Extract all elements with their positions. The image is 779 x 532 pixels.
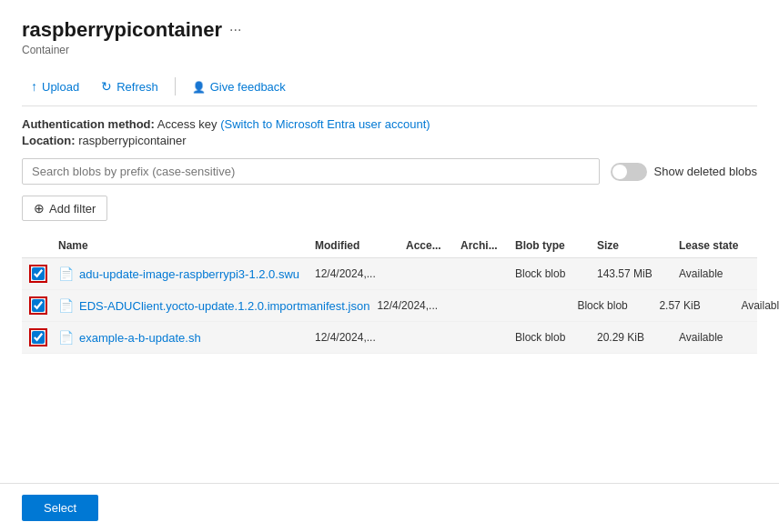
bottom-bar: Select bbox=[0, 483, 779, 532]
file-cell-2: 📄 example-a-b-update.sh bbox=[55, 330, 311, 345]
col-name: Name bbox=[55, 239, 311, 252]
feedback-icon bbox=[192, 79, 206, 94]
upload-label: Upload bbox=[42, 80, 79, 94]
file-name-1[interactable]: EDS-ADUClient.yocto-update.1.2.0.importm… bbox=[79, 299, 369, 313]
page-subtitle: Container bbox=[22, 44, 757, 56]
blob-type-0: Block blob bbox=[511, 267, 593, 280]
table-row: 📄 adu-update-image-raspberrypi3-1.2.0.sw… bbox=[22, 258, 757, 290]
search-input[interactable] bbox=[22, 158, 600, 185]
refresh-button[interactable]: Refresh bbox=[92, 75, 167, 98]
toolbar: Upload Refresh Give feedback bbox=[22, 67, 757, 106]
file-cell-0: 📄 adu-update-image-raspberrypi3-1.2.0.sw… bbox=[55, 266, 311, 281]
page-title: raspberrypicontainer bbox=[22, 18, 222, 42]
blob-type-1: Block blob bbox=[573, 299, 655, 312]
file-name-0[interactable]: adu-update-image-raspberrypi3-1.2.0.swu bbox=[79, 267, 299, 281]
refresh-label: Refresh bbox=[116, 80, 158, 94]
col-lease-state: Lease state bbox=[675, 239, 757, 252]
auth-section: Authentication method: Access key (Switc… bbox=[22, 117, 757, 147]
feedback-button[interactable]: Give feedback bbox=[183, 75, 295, 98]
auth-method-label: Authentication method: bbox=[22, 117, 155, 131]
feedback-label: Give feedback bbox=[210, 80, 286, 94]
checkbox-border-2 bbox=[29, 328, 47, 346]
file-icon-0: 📄 bbox=[58, 266, 74, 281]
table-header: Name Modified Acce... Archi... Blob type… bbox=[22, 234, 757, 258]
auth-location-label: Location: bbox=[22, 134, 76, 147]
row-checkbox-1[interactable] bbox=[32, 299, 45, 312]
auth-method-value: Access key bbox=[157, 117, 218, 131]
col-access: Acce... bbox=[402, 239, 457, 252]
row-checkbox-cell-0 bbox=[22, 265, 55, 283]
switch-account-link[interactable]: (Switch to Microsoft Entra user account) bbox=[220, 117, 430, 131]
blob-table: Name Modified Acce... Archi... Blob type… bbox=[22, 234, 757, 354]
refresh-icon bbox=[101, 79, 112, 94]
table-body: 📄 adu-update-image-raspberrypi3-1.2.0.sw… bbox=[22, 258, 757, 354]
row-checkbox-0[interactable] bbox=[32, 267, 45, 280]
toolbar-divider bbox=[175, 77, 176, 95]
table-row: 📄 example-a-b-update.sh 12/4/2024,... Bl… bbox=[22, 322, 757, 354]
modified-0: 12/4/2024,... bbox=[311, 267, 402, 280]
lease-state-0: Available bbox=[675, 267, 757, 280]
upload-button[interactable]: Upload bbox=[22, 75, 88, 98]
modified-2: 12/4/2024,... bbox=[311, 331, 402, 344]
blob-type-2: Block blob bbox=[511, 331, 593, 344]
more-options-icon[interactable]: ··· bbox=[229, 22, 241, 38]
size-1: 2.57 KiB bbox=[655, 299, 737, 312]
file-icon-2: 📄 bbox=[58, 330, 74, 345]
add-filter-button[interactable]: ⊕ Add filter bbox=[22, 196, 107, 221]
deleted-blobs-toggle[interactable] bbox=[611, 163, 647, 181]
checkbox-border-0 bbox=[29, 265, 47, 283]
filter-plus-icon: ⊕ bbox=[34, 201, 45, 216]
search-row: Show deleted blobs bbox=[22, 158, 757, 185]
row-checkbox-2[interactable] bbox=[32, 331, 45, 344]
file-cell-1: 📄 EDS-ADUClient.yocto-update.1.2.0.impor… bbox=[55, 298, 373, 313]
modified-1: 12/4/2024,... bbox=[373, 299, 464, 312]
col-archive: Archi... bbox=[457, 239, 511, 252]
row-checkbox-cell-2 bbox=[22, 328, 55, 346]
col-modified: Modified bbox=[311, 239, 402, 252]
lease-state-2: Available bbox=[675, 331, 757, 344]
row-checkbox-cell-1 bbox=[22, 296, 55, 315]
auth-method-line: Authentication method: Access key (Switc… bbox=[22, 117, 757, 131]
deleted-blobs-toggle-container: Show deleted blobs bbox=[611, 163, 757, 181]
size-0: 143.57 MiB bbox=[593, 267, 675, 280]
col-checkbox bbox=[22, 239, 55, 252]
checkbox-border-1 bbox=[29, 296, 47, 315]
auth-location-value: raspberrypicontainer bbox=[78, 134, 187, 147]
size-2: 20.29 KiB bbox=[593, 331, 675, 344]
add-filter-label: Add filter bbox=[49, 202, 96, 216]
col-blob-type: Blob type bbox=[511, 239, 593, 252]
file-icon-1: 📄 bbox=[58, 298, 74, 313]
lease-state-1: Available bbox=[737, 299, 779, 312]
col-size: Size bbox=[593, 239, 675, 252]
auth-location-line: Location: raspberrypicontainer bbox=[22, 134, 757, 147]
upload-icon bbox=[31, 79, 37, 94]
select-button[interactable]: Select bbox=[22, 495, 98, 521]
toggle-label: Show deleted blobs bbox=[654, 165, 757, 178]
file-name-2[interactable]: example-a-b-update.sh bbox=[79, 331, 201, 345]
table-row: 📄 EDS-ADUClient.yocto-update.1.2.0.impor… bbox=[22, 290, 757, 322]
